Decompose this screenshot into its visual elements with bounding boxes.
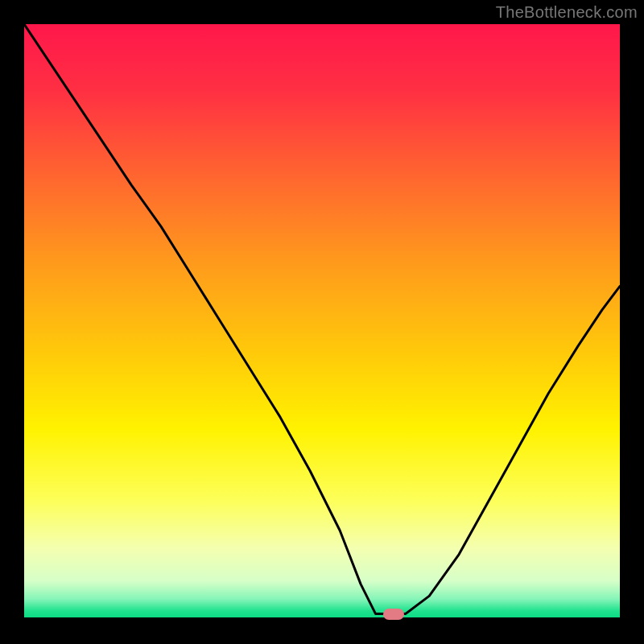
bottleneck-curve-line <box>24 24 620 614</box>
chart-lines <box>24 24 620 620</box>
bottleneck-chart: TheBottleneck.com <box>0 0 644 644</box>
plot-area <box>24 24 620 620</box>
watermark-text: TheBottleneck.com <box>496 3 638 22</box>
optimal-marker <box>383 609 404 620</box>
